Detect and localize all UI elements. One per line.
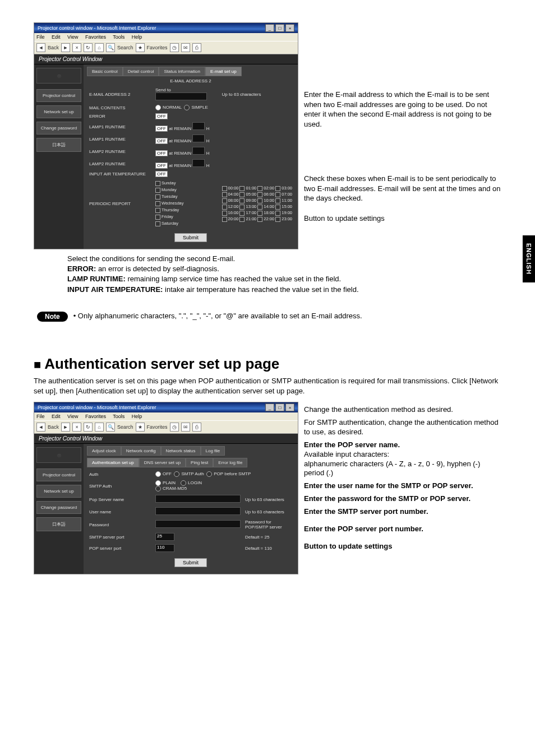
chk-time[interactable] xyxy=(275,211,280,216)
chk-time[interactable] xyxy=(257,211,262,216)
chk-time[interactable] xyxy=(275,198,280,203)
pop-port-input[interactable]: 110 xyxy=(155,544,174,552)
history-icon[interactable]: ◷ xyxy=(170,423,179,432)
radio-plain[interactable] xyxy=(155,480,161,486)
radio-auth-off[interactable] xyxy=(155,471,161,477)
menu-help[interactable]: Help xyxy=(132,34,142,40)
submit-button[interactable]: Submit xyxy=(174,233,207,242)
tab-network-config[interactable]: Network config xyxy=(121,446,161,456)
menu-tools[interactable]: Tools xyxy=(113,414,124,419)
stop-icon[interactable]: × xyxy=(72,43,81,52)
sidebar-network-setup[interactable]: Network set up xyxy=(36,485,81,498)
chk-friday[interactable] xyxy=(155,215,160,220)
favorites-icon[interactable]: ★ xyxy=(136,43,145,52)
back-icon[interactable]: ◄ xyxy=(36,423,45,432)
chk-time[interactable] xyxy=(257,205,262,210)
print-icon[interactable]: ⎙ xyxy=(192,423,201,432)
favorites-icon[interactable]: ★ xyxy=(136,423,145,432)
sidebar-projector-control[interactable]: Projector control xyxy=(36,469,81,481)
chk-time[interactable] xyxy=(239,186,245,191)
radio-auth-pop[interactable] xyxy=(206,471,212,477)
chk-thursday[interactable] xyxy=(155,208,160,213)
sidebar-change-password[interactable]: Change password xyxy=(36,122,81,134)
back-icon[interactable]: ◄ xyxy=(36,43,45,52)
chk-time[interactable] xyxy=(239,192,245,197)
tab-authentication-setup[interactable]: Authentication set up xyxy=(87,458,139,467)
chk-time[interactable] xyxy=(239,217,245,222)
maximize-icon[interactable]: □ xyxy=(275,403,284,411)
sidebar-network-setup[interactable]: Network set up xyxy=(36,105,81,118)
chk-wednesday[interactable] xyxy=(155,201,160,206)
refresh-icon[interactable]: ↻ xyxy=(84,43,93,52)
tab-dns-server-setup[interactable]: DNS server set up xyxy=(139,458,186,467)
sidebar-change-password[interactable]: Change password xyxy=(36,501,81,514)
select-lamp2b[interactable]: OFF xyxy=(155,163,168,169)
history-icon[interactable]: ◷ xyxy=(170,43,179,52)
minimize-icon[interactable]: _ xyxy=(265,24,274,32)
mail-icon[interactable]: ✉ xyxy=(181,423,190,432)
refresh-icon[interactable]: ↻ xyxy=(84,423,93,432)
chk-time[interactable] xyxy=(239,198,245,203)
sidebar-projector-control[interactable]: Projector control xyxy=(36,89,81,102)
submit-button-2[interactable]: Submit xyxy=(174,558,207,567)
forward-icon[interactable]: ► xyxy=(61,423,70,432)
select-lamp1a[interactable]: OFF xyxy=(155,126,168,132)
chk-time[interactable] xyxy=(257,198,262,203)
input-lamp1b-h[interactable] xyxy=(192,134,205,142)
sidebar-japanese[interactable]: 日本語 xyxy=(36,138,81,152)
menu-favorites[interactable]: Favorites xyxy=(85,414,106,419)
input-lamp2b-h[interactable] xyxy=(192,159,205,167)
chk-time[interactable] xyxy=(257,186,262,191)
radio-login[interactable] xyxy=(181,480,186,486)
chk-time[interactable] xyxy=(257,192,262,197)
minimize-icon[interactable]: _ xyxy=(265,403,274,411)
chk-time[interactable] xyxy=(222,186,227,191)
radio-normal[interactable] xyxy=(155,105,161,110)
pop-server-input[interactable] xyxy=(155,495,241,503)
chk-time[interactable] xyxy=(239,211,245,216)
tab-basic-control[interactable]: Basic control xyxy=(87,67,123,76)
chk-tuesday[interactable] xyxy=(155,194,160,200)
tab-email-setup[interactable]: E-mail set up xyxy=(205,67,242,76)
select-lamp1b[interactable]: OFF xyxy=(155,138,168,144)
maximize-icon[interactable]: □ xyxy=(275,24,284,32)
chk-time[interactable] xyxy=(222,205,227,210)
chk-time[interactable] xyxy=(222,211,227,216)
search-icon[interactable]: 🔍 xyxy=(106,43,115,52)
tab-detail-control[interactable]: Detail control xyxy=(123,67,159,76)
close-icon[interactable]: × xyxy=(285,24,294,32)
home-icon[interactable]: ⌂ xyxy=(95,43,104,52)
chk-time[interactable] xyxy=(275,192,280,197)
menu-edit[interactable]: Edit xyxy=(52,414,61,419)
tab-ping-test[interactable]: Ping test xyxy=(186,458,213,467)
password-input[interactable] xyxy=(155,520,241,528)
select-lamp2a[interactable]: OFF xyxy=(155,150,168,156)
chk-time[interactable] xyxy=(222,198,227,203)
chk-time[interactable] xyxy=(275,205,280,210)
radio-auth-smtp[interactable] xyxy=(174,471,179,477)
menu-file[interactable]: File xyxy=(36,34,45,40)
print-icon[interactable]: ⎙ xyxy=(192,43,201,52)
menu-edit[interactable]: Edit xyxy=(52,34,61,40)
radio-cram[interactable] xyxy=(155,486,161,491)
chk-monday[interactable] xyxy=(155,188,160,193)
menu-view[interactable]: View xyxy=(67,414,78,419)
search-icon[interactable]: 🔍 xyxy=(106,423,115,432)
tab-adjust-clock[interactable]: Adjust clock xyxy=(87,446,121,456)
input-lamp1a-h[interactable] xyxy=(192,122,205,130)
menu-view[interactable]: View xyxy=(67,34,78,40)
stop-icon[interactable]: × xyxy=(72,423,81,432)
tab-network-status[interactable]: Network status xyxy=(161,446,201,456)
email-address-2-input[interactable] xyxy=(155,92,207,100)
chk-time[interactable] xyxy=(275,186,280,191)
chk-time[interactable] xyxy=(222,192,227,197)
chk-time[interactable] xyxy=(275,217,280,222)
select-air-temp[interactable]: OFF xyxy=(155,171,168,177)
tab-status-information[interactable]: Status information xyxy=(159,67,205,76)
mail-icon[interactable]: ✉ xyxy=(181,43,190,52)
chk-time[interactable] xyxy=(257,217,262,222)
input-lamp2a-h[interactable] xyxy=(192,147,205,155)
smtp-port-input[interactable]: 25 xyxy=(155,533,174,541)
forward-icon[interactable]: ► xyxy=(61,43,70,52)
menu-tools[interactable]: Tools xyxy=(113,34,124,40)
